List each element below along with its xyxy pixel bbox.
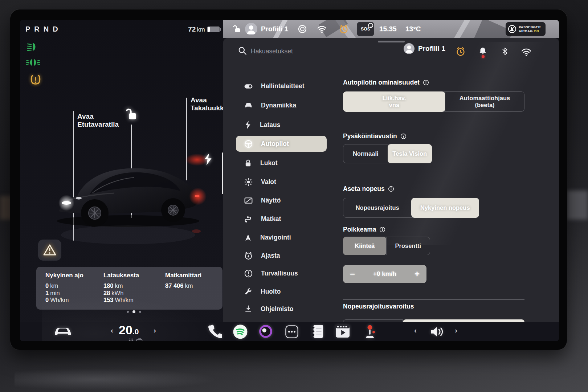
bolt-icon [244, 121, 252, 130]
sidebar-item-lataus[interactable]: Lataus [236, 117, 327, 133]
vehicle-controls-icon[interactable] [53, 326, 72, 338]
media-prev-chevron[interactable]: ‹ [414, 326, 417, 335]
notification-badge [482, 55, 485, 58]
sidebar-item-huolto[interactable]: Huolto [236, 283, 327, 299]
notes-app-icon[interactable] [310, 324, 325, 339]
sidebar-item-dynamiikka[interactable]: Dynamiikka [236, 97, 327, 113]
sidebar-item-autopilot[interactable]: Autopilot [236, 136, 327, 152]
video-player-icon[interactable] [335, 324, 350, 338]
range-value: 72 [188, 25, 196, 33]
frunk-open-label[interactable]: Avaa Etutavaratila [77, 113, 119, 128]
frunk-label-line1: Avaa [77, 113, 119, 121]
segment-autosteer[interactable]: Automaattiohjaus (beeta) [445, 92, 524, 111]
media-app-icon[interactable] [259, 324, 273, 338]
sidebar-item-valot[interactable]: Valot [236, 174, 327, 190]
avatar [404, 43, 415, 54]
media-next-chevron[interactable]: › [455, 326, 457, 335]
sidebar-item-hallintalaitteet[interactable]: Hallintalaitteet [236, 78, 327, 94]
alert-circle-icon [244, 269, 253, 278]
front-wheel [81, 199, 109, 227]
info-icon[interactable] [379, 226, 385, 233]
segment-percent[interactable]: Prosentti [386, 237, 430, 255]
dashboard-reflection [15, 368, 218, 390]
bluetooth-icon[interactable] [501, 46, 509, 56]
clock: 15.35 [379, 20, 397, 38]
charging-bolt-icon[interactable] [203, 153, 213, 166]
alarm-clock-icon[interactable] [456, 46, 466, 57]
more-apps-icon[interactable] [285, 325, 299, 339]
trip-current-drive: Nykyinen ajo 0km 1min 0Wh/km [45, 272, 83, 304]
trunk-label-line2: Takaluukku [191, 104, 228, 112]
sidebar-item-navigointi[interactable]: Navigointi [236, 229, 327, 245]
airbag-line2: AIRBAG [519, 29, 533, 33]
segment-fixed[interactable]: Kiinteä [343, 237, 387, 255]
navigation-icon [244, 233, 252, 242]
driver-profile[interactable]: Profiili 1 [245, 20, 288, 38]
sidebar-item-turvallisuus[interactable]: Turvallisuus [236, 265, 327, 281]
tesla-touchscreen: PRND 72km Avaa [10, 9, 567, 350]
recording-indicator[interactable] [298, 20, 307, 38]
page-indicator[interactable] [127, 310, 141, 313]
segment-current-speed[interactable]: Nykyinen nopeus [411, 198, 479, 218]
temp-increase-chevron[interactable]: › [154, 326, 156, 335]
wifi-icon[interactable] [521, 47, 532, 57]
sidebar-item-naytto[interactable]: Näyttö [236, 192, 327, 208]
sun-icon [244, 177, 253, 187]
clipped-segmented-left[interactable] [343, 319, 403, 322]
search-input[interactable]: Hakuasetukset [251, 48, 293, 55]
sidebar-item-label: Dynamiikka [261, 102, 296, 109]
clipped-segmented-selected[interactable] [403, 319, 524, 322]
stepper-decrease-button[interactable]: − [343, 269, 362, 279]
vehicle-unlocked-indicator[interactable] [233, 20, 241, 38]
warning-button[interactable] [38, 240, 61, 261]
trip-odometer: Matkamittari 87 406km [165, 272, 201, 290]
stepper-increase-button[interactable]: + [408, 269, 426, 279]
sidebar-item-label: Huolto [261, 288, 281, 295]
download-icon [244, 305, 253, 313]
cabin-temperature[interactable]: 20.0 [119, 323, 139, 337]
wifi-indicator[interactable] [317, 20, 327, 38]
info-icon[interactable] [400, 133, 407, 139]
notifications-bell-icon[interactable] [478, 46, 487, 56]
trunk-open-label[interactable]: Avaa Takaluukku [191, 96, 228, 112]
temp-decrease-chevron[interactable]: ‹ [111, 326, 113, 335]
spotify-icon[interactable] [233, 324, 248, 339]
scheduled-alarm-indicator[interactable] [339, 20, 349, 38]
phone-icon[interactable] [207, 324, 222, 339]
settings-profile[interactable]: Profiili 1 [404, 43, 445, 54]
volume-icon[interactable] [429, 325, 445, 338]
sidebar-item-ajasta[interactable]: Ajasta [236, 248, 327, 264]
sidebar-item-ohjelmisto[interactable]: Ohjelmisto [236, 301, 327, 317]
segment-speed-limit[interactable]: Nopeusrajoitus [343, 198, 412, 217]
info-icon[interactable] [388, 186, 394, 192]
section-title-park-assist: Pysäköintiavustin [343, 132, 407, 140]
sidebar-item-matkat[interactable]: Matkat [236, 211, 327, 227]
passenger-airbag-badge: PASSENGER AIRBAG ON [506, 22, 546, 36]
segment-label-line1: Liik.hav. [383, 95, 406, 102]
range-unit: km [197, 26, 205, 33]
gear-selector: PRND [25, 25, 62, 33]
screen: PRND 72km Avaa [20, 20, 559, 341]
sidebar-item-label: Ajasta [261, 252, 280, 260]
drag-handle[interactable] [378, 41, 405, 42]
battery-range: 72km [158, 25, 205, 33]
trip-col-title: Latauksesta [103, 272, 139, 279]
segment-normaali[interactable]: Normaali [343, 144, 388, 163]
section-divider [343, 299, 524, 300]
segment-tesla-vision[interactable]: Tesla Vision [388, 144, 432, 163]
segment-tacc[interactable]: Liik.hav. vns [343, 91, 445, 112]
schedule-clock-icon [244, 251, 253, 260]
section-title-autopilot-features: Autopilotin ominaisuudet [343, 79, 429, 86]
sos-button[interactable]: SOS [357, 22, 374, 36]
segment-label-line2: vns [389, 102, 399, 109]
arcade-joystick-icon[interactable] [363, 323, 377, 339]
panel-scrollbar[interactable] [222, 152, 223, 194]
segment-label-line2: (beeta) [475, 102, 494, 109]
steering-wheel-icon [244, 139, 253, 148]
unlock-icon[interactable] [125, 107, 138, 122]
park-assist-segmented: Normaali Tesla Vision [343, 144, 432, 163]
info-icon[interactable] [423, 79, 429, 86]
route-icon [244, 215, 253, 224]
sidebar-item-label: Näyttö [261, 197, 281, 204]
sidebar-item-lukot[interactable]: Lukot [236, 155, 327, 171]
